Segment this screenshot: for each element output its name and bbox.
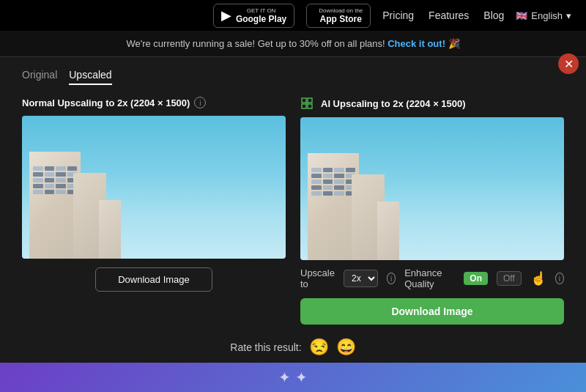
app-store-button[interactable]: Download on the App Store bbox=[306, 4, 371, 28]
rating-row: Rate this result: 😒 😄 bbox=[22, 338, 564, 357]
bottom-bar: ✦ ✦ bbox=[0, 363, 586, 392]
enhance-toggle-on[interactable]: On bbox=[464, 272, 488, 285]
nav-features[interactable]: Features bbox=[429, 10, 469, 21]
left-panel-title: Normal Upscaling to 2x (2204 × 1500) i bbox=[22, 97, 286, 108]
sale-link[interactable]: Check it out! bbox=[387, 38, 445, 49]
nav-pricing[interactable]: Pricing bbox=[382, 10, 414, 21]
enhance-toggle-off[interactable]: Off bbox=[497, 271, 522, 286]
chevron-down-icon: ▾ bbox=[566, 10, 571, 21]
flag-icon: 🇬🇧 bbox=[516, 10, 527, 21]
sale-text: We're currently running a sale! Get up t… bbox=[126, 38, 385, 49]
right-download-button[interactable]: Download Image bbox=[300, 298, 564, 325]
party-emoji: 🎉 bbox=[448, 38, 460, 49]
google-play-button[interactable]: ▶ GET IT ON Google Play bbox=[213, 4, 294, 28]
left-info-icon[interactable]: i bbox=[194, 97, 206, 108]
tab-original[interactable]: Original bbox=[22, 69, 57, 85]
google-play-label: Google Play bbox=[236, 14, 286, 24]
controls-row: Upscale to 2x 4x i Enhance Quality On Of… bbox=[300, 267, 564, 289]
language-label: English bbox=[531, 10, 563, 21]
left-image bbox=[22, 116, 286, 259]
ai-upscale-icon bbox=[300, 97, 314, 110]
left-panel: Normal Upscaling to 2x (2204 × 1500) i bbox=[22, 97, 286, 325]
tab-upscaled[interactable]: Upscaled bbox=[69, 69, 111, 85]
svg-rect-3 bbox=[308, 104, 312, 108]
upscale-info-icon[interactable]: i bbox=[387, 273, 396, 284]
google-play-icon: ▶ bbox=[221, 7, 231, 23]
right-panel-title: AI Upscaling to 2x (2204 × 1500) bbox=[300, 97, 564, 110]
rating-negative-emoji[interactable]: 😒 bbox=[309, 338, 329, 357]
upscale-to-label: Upscale to bbox=[300, 267, 335, 289]
comparison-row: Normal Upscaling to 2x (2204 × 1500) i bbox=[22, 97, 564, 325]
svg-rect-1 bbox=[308, 98, 312, 103]
language-selector[interactable]: 🇬🇧 English ▾ bbox=[516, 10, 571, 21]
app-store-top: Download on the bbox=[319, 7, 363, 14]
nav-links: Pricing Features Blog bbox=[382, 10, 504, 21]
tabs-container: Original Upscaled bbox=[22, 69, 564, 85]
upscale-select[interactable]: 2x 4x bbox=[344, 270, 378, 287]
close-button[interactable]: ✕ bbox=[558, 53, 579, 74]
main-content: ✕ Original Upscaled Normal Upscaling to … bbox=[0, 57, 586, 371]
enhance-label: Enhance Quality bbox=[404, 267, 455, 289]
left-download-button[interactable]: Download Image bbox=[95, 267, 212, 292]
rating-label: Rate this result: bbox=[230, 341, 301, 353]
enhance-info-icon[interactable]: i bbox=[555, 273, 564, 284]
nav-blog[interactable]: Blog bbox=[483, 10, 504, 21]
right-panel: AI Upscaling to 2x (2204 × 1500) bbox=[300, 97, 564, 325]
svg-rect-0 bbox=[302, 98, 306, 103]
google-play-top: GET IT ON bbox=[236, 7, 286, 14]
app-store-label: App Store bbox=[319, 14, 363, 24]
sale-banner: We're currently running a sale! Get up t… bbox=[0, 31, 586, 57]
svg-rect-2 bbox=[302, 104, 306, 108]
cursor-icon: ☝ bbox=[530, 270, 546, 286]
right-image bbox=[300, 117, 564, 260]
bottom-logo: ✦ ✦ bbox=[278, 369, 308, 386]
rating-positive-emoji[interactable]: 😄 bbox=[336, 338, 356, 357]
top-nav: ▶ GET IT ON Google Play Download on the … bbox=[0, 0, 586, 31]
